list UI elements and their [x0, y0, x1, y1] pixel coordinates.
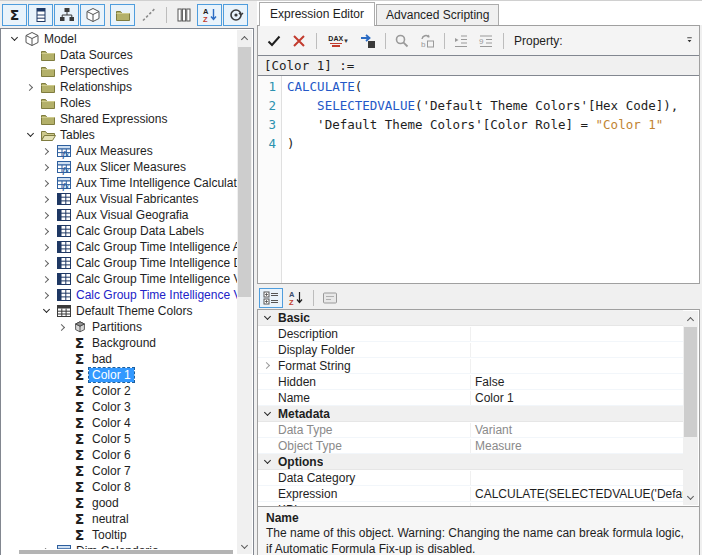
- property-value[interactable]: CALCULATE(SELECTEDVALUE('Default The: [471, 487, 683, 501]
- chevron-right-icon[interactable]: [39, 549, 54, 550]
- tree-item-label[interactable]: Perspectives: [57, 64, 132, 78]
- tree-item-label[interactable]: Model: [41, 32, 80, 46]
- tree-item-aux-time-intelligence-calculation-n[interactable]: fxAux Time Intelligence Calculation N: [1, 175, 237, 191]
- editor-find-button[interactable]: [390, 30, 414, 52]
- tree-item-color-8[interactable]: ΣColor 8: [1, 479, 237, 495]
- tree-filter-perspective-button[interactable]: [223, 4, 248, 26]
- tree-item-calc-group-time-intelligence-value[interactable]: Calc Group Time Intelligence Value: [1, 287, 237, 303]
- tree-item-label[interactable]: Color 8: [89, 480, 134, 494]
- chevron-right-icon[interactable]: [55, 325, 70, 330]
- code-line[interactable]: 'Default Theme Colors'[Color Role] = "Co…: [287, 117, 678, 136]
- tree-item-tooltip[interactable]: ΣTooltip: [1, 527, 237, 543]
- chevron-down-icon[interactable]: [258, 317, 276, 319]
- chevron-down-icon[interactable]: [7, 38, 22, 40]
- tree-item-label[interactable]: Color 3: [89, 400, 134, 414]
- tree-item-label[interactable]: Roles: [57, 96, 94, 110]
- tree-show-measures-button[interactable]: Σ: [2, 4, 27, 26]
- tree-show-hierarchies-button[interactable]: [54, 4, 79, 26]
- tree-item-color-7[interactable]: ΣColor 7: [1, 463, 237, 479]
- tree-item-color-6[interactable]: ΣColor 6: [1, 447, 237, 463]
- chevron-right-icon[interactable]: [23, 85, 38, 90]
- tree-item-dim-calendario[interactable]: fxDim Calendario: [1, 543, 237, 549]
- property-row-data-type[interactable]: Data TypeVariant: [258, 422, 683, 438]
- property-row-object-type[interactable]: Object TypeMeasure: [258, 438, 683, 454]
- tab-expression-editor[interactable]: Expression Editor: [259, 2, 375, 26]
- dax-code-editor[interactable]: 1234 CALCULATE( SELECTEDVALUE('Default T…: [258, 76, 699, 283]
- tree-item-partitions[interactable]: Partitions: [1, 319, 237, 335]
- chevron-right-icon[interactable]: [39, 213, 54, 218]
- tree-item-label[interactable]: bad: [89, 352, 115, 366]
- editor-format-dax-button[interactable]: DAX▾: [321, 30, 355, 52]
- property-grid-scrollbar-thumb[interactable]: [684, 327, 697, 437]
- code-line[interactable]: ): [287, 136, 678, 155]
- tree-item-label[interactable]: Color 5: [89, 432, 134, 446]
- property-row-kpi[interactable]: KPI: [258, 502, 683, 506]
- tree-item-aux-visual-geografia[interactable]: Aux Visual Geografia: [1, 207, 237, 223]
- tree-item-label[interactable]: Color 4: [89, 416, 134, 430]
- tree-item-label[interactable]: Relationships: [57, 80, 135, 94]
- tree-item-shared-expressions[interactable]: Shared Expressions: [1, 111, 237, 127]
- chevron-right-icon[interactable]: [39, 229, 54, 234]
- property-value[interactable]: Measure: [471, 439, 683, 453]
- chevron-right-icon[interactable]: [39, 261, 54, 266]
- tree-item-roles[interactable]: Roles: [1, 95, 237, 111]
- tree-item-label[interactable]: Color 1: [89, 368, 134, 382]
- editor-import-expression-button[interactable]: [356, 30, 380, 52]
- code-line[interactable]: CALCULATE(: [287, 79, 678, 98]
- tree-item-label[interactable]: Background: [89, 336, 159, 350]
- grid-alphabetical-button[interactable]: AZ: [284, 288, 308, 308]
- tree-item-color-2[interactable]: ΣColor 2: [1, 383, 237, 399]
- tree-item-label[interactable]: Aux Time Intelligence Calculation N: [73, 176, 237, 190]
- chevron-right-icon[interactable]: [39, 197, 54, 202]
- tree-item-tables[interactable]: Tables: [1, 127, 237, 143]
- grid-property-pages-button[interactable]: [318, 288, 342, 308]
- toolbar-overflow-button[interactable]: [684, 29, 698, 51]
- chevron-right-icon[interactable]: [39, 245, 54, 250]
- tree-item-calc-group-time-intelligence-value[interactable]: Calc Group Time Intelligence Value: [1, 271, 237, 287]
- tree-item-default-theme-colors[interactable]: Default Theme Colors: [1, 303, 237, 319]
- tree-show-object-columns-button[interactable]: [171, 4, 196, 26]
- tree-item-model[interactable]: Model: [1, 31, 237, 47]
- tree-item-label[interactable]: Shared Expressions: [57, 112, 170, 126]
- tree-item-label[interactable]: Calc Group Time Intelligence Value: [73, 272, 237, 286]
- tree-item-aux-visual-fabricantes[interactable]: Aux Visual Fabricantes: [1, 191, 237, 207]
- scroll-down-icon[interactable]: [683, 490, 698, 505]
- tree-show-columns-button[interactable]: [28, 4, 53, 26]
- property-value[interactable]: Variant: [471, 423, 683, 437]
- scroll-up-icon[interactable]: [683, 311, 698, 326]
- chevron-down-icon[interactable]: [39, 310, 54, 312]
- property-category-basic[interactable]: Basic: [258, 310, 683, 326]
- property-row-name[interactable]: NameColor 1: [258, 390, 683, 406]
- scroll-up-icon[interactable]: [237, 30, 252, 45]
- code-line[interactable]: SELECTEDVALUE('Default Theme Colors'[Hex…: [287, 98, 678, 117]
- chevron-right-icon[interactable]: [258, 363, 276, 368]
- tree-show-hidden-objects-button[interactable]: [136, 4, 161, 26]
- tree-scrollbar[interactable]: [237, 30, 252, 554]
- tree-item-calc-group-time-intelligence-axis-l[interactable]: Calc Group Time Intelligence Axis L: [1, 239, 237, 255]
- chevron-right-icon[interactable]: [39, 165, 54, 170]
- tree-item-bad[interactable]: Σbad: [1, 351, 237, 367]
- tree-item-neutral[interactable]: Σneutral: [1, 511, 237, 527]
- tree-item-calc-group-time-intelligence-data[interactable]: Calc Group Time Intelligence Data: [1, 255, 237, 271]
- tree-show-display-folders-button[interactable]: [110, 4, 135, 26]
- tree-item-color-3[interactable]: ΣColor 3: [1, 399, 237, 415]
- tree-item-aux-slicer-measures[interactable]: fxAux Slicer Measures: [1, 159, 237, 175]
- tree-item-label[interactable]: Color 2: [89, 384, 134, 398]
- tree-item-label[interactable]: Color 7: [89, 464, 134, 478]
- scroll-down-icon[interactable]: [237, 539, 252, 554]
- property-category-options[interactable]: Options: [258, 454, 683, 470]
- tree-item-perspectives[interactable]: Perspectives: [1, 63, 237, 79]
- tree-item-color-4[interactable]: ΣColor 4: [1, 415, 237, 431]
- tree-item-label[interactable]: Aux Visual Geografia: [73, 208, 192, 222]
- property-grid-scrollbar[interactable]: [683, 311, 698, 505]
- editor-outdent-button[interactable]: 9: [474, 30, 498, 52]
- editor-accept-button[interactable]: [262, 30, 286, 52]
- tree-item-good[interactable]: Σgood: [1, 495, 237, 511]
- tree-horizontal-scrollbar-thumb[interactable]: [19, 550, 233, 554]
- tree-item-label[interactable]: Tooltip: [89, 528, 130, 542]
- property-value[interactable]: False: [471, 375, 683, 389]
- tree-item-label[interactable]: neutral: [89, 512, 132, 526]
- tree-item-label[interactable]: Default Theme Colors: [73, 304, 196, 318]
- tree-item-background[interactable]: ΣBackground: [1, 335, 237, 351]
- editor-replace-button[interactable]: b: [415, 30, 439, 52]
